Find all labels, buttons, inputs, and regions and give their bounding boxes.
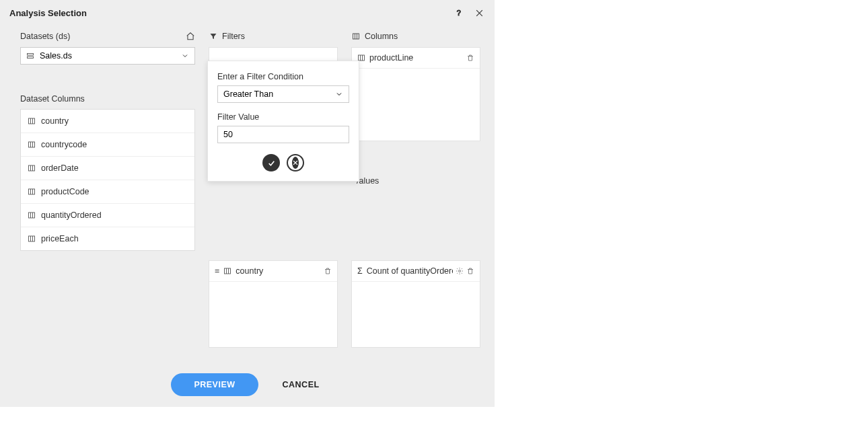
filters-label: Filters — [209, 30, 338, 43]
analysis-selection-dialog: Analysis Selection ? Datasets (ds) — [0, 0, 495, 407]
column-icon — [28, 188, 36, 196]
dataset-columns-label: Dataset Columns — [20, 94, 195, 104]
gear-icon[interactable] — [456, 267, 464, 275]
preview-button[interactable]: PREVIEW — [171, 373, 258, 396]
values-dropzone[interactable]: Σ Count of quantityOrdered — [351, 260, 480, 348]
filter-confirm-button[interactable] — [262, 154, 280, 171]
svg-rect-24 — [353, 34, 359, 39]
columns-dropzone[interactable]: productLine — [351, 47, 480, 141]
columns-label: Columns — [351, 30, 480, 43]
svg-rect-5 — [28, 56, 34, 59]
values-label-partial: /alues — [357, 176, 379, 186]
delete-icon[interactable] — [466, 54, 474, 62]
dataset-icon — [26, 52, 34, 60]
rows-entry[interactable]: = country — [209, 261, 337, 282]
home-icon[interactable] — [186, 32, 195, 41]
svg-rect-27 — [359, 55, 365, 61]
svg-rect-30 — [225, 268, 231, 274]
rows-dropzone[interactable]: = country — [209, 260, 338, 348]
svg-rect-15 — [29, 189, 35, 194]
filter-value-label: Filter Value — [217, 112, 349, 122]
column-item[interactable]: orderDate — [21, 157, 194, 180]
dataset-select[interactable]: Sales.ds — [20, 47, 195, 65]
columns-icon — [351, 32, 361, 41]
datasets-label: Datasets (ds) — [20, 30, 195, 43]
column-icon — [28, 141, 36, 149]
column-icon — [28, 164, 36, 172]
column-item[interactable]: quantityOrdered — [21, 204, 194, 227]
dataset-columns-list: country countrycode orderDate productCod… — [20, 109, 195, 251]
help-icon[interactable]: ? — [453, 7, 465, 19]
dataset-selected-text: Sales.ds — [40, 51, 181, 61]
svg-text:?: ? — [456, 9, 460, 17]
close-icon[interactable] — [473, 7, 485, 19]
svg-rect-12 — [29, 165, 35, 171]
column-icon — [28, 235, 36, 243]
delete-icon[interactable] — [324, 267, 332, 275]
column-item[interactable]: countrycode — [21, 133, 194, 157]
values-entry[interactable]: Σ Count of quantityOrdered — [352, 261, 480, 282]
delete-icon[interactable] — [466, 267, 474, 275]
filter-condition-popup: Enter a Filter Condition Greater Than Fi… — [207, 61, 359, 182]
filter-condition-label: Enter a Filter Condition — [217, 72, 349, 81]
cancel-button[interactable]: CANCEL — [279, 373, 324, 396]
filter-value-input[interactable] — [217, 126, 349, 143]
column-icon — [28, 117, 36, 125]
svg-point-33 — [459, 270, 461, 272]
column-icon — [28, 211, 36, 219]
column-icon — [223, 267, 231, 275]
chevron-down-icon — [335, 90, 343, 98]
dialog-buttons: PREVIEW CANCEL — [0, 360, 495, 407]
columns-entry[interactable]: productLine — [352, 48, 480, 69]
svg-rect-21 — [29, 236, 35, 241]
filter-icon — [209, 32, 218, 41]
svg-rect-4 — [28, 54, 34, 56]
filter-cancel-button[interactable] — [287, 154, 304, 171]
svg-rect-6 — [29, 118, 35, 124]
filter-condition-select[interactable]: Greater Than — [217, 85, 349, 103]
column-item[interactable]: productCode — [21, 180, 194, 204]
column-item[interactable]: priceEach — [21, 227, 194, 250]
svg-rect-9 — [29, 142, 35, 147]
dialog-header: Analysis Selection ? — [0, 0, 495, 22]
svg-rect-18 — [29, 213, 35, 218]
dialog-title: Analysis Selection — [9, 8, 445, 18]
column-item[interactable]: country — [21, 110, 194, 133]
chevron-down-icon — [181, 52, 189, 60]
